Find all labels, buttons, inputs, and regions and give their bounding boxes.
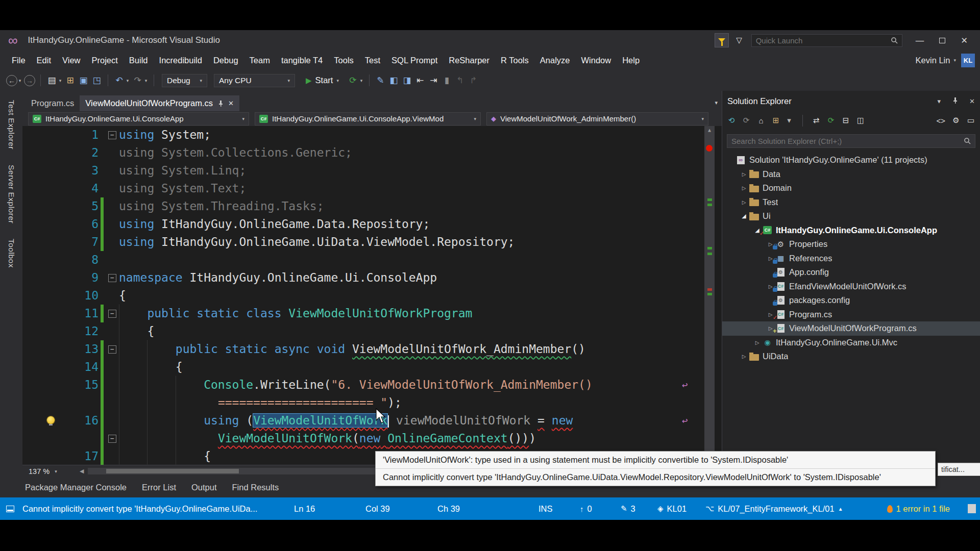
side-tab-server-explorer[interactable]: Server Explorer: [7, 165, 16, 223]
platform-combo[interactable]: Any CPU ▾: [214, 74, 295, 87]
refresh-icon[interactable]: ⟳: [826, 115, 836, 126]
user-menu[interactable]: Kevin Lin ▾: [916, 56, 956, 65]
expander-icon[interactable]: ▷: [740, 171, 748, 177]
code-line-13[interactable]: 13− public static async void ViewModelUn…: [22, 340, 722, 358]
menu-item-tangible-t4[interactable]: tangible T4: [276, 53, 328, 68]
code-line-15[interactable]: 15 Console.WriteLine("6. ViewModelUnitOf…: [22, 376, 722, 394]
code-line-1[interactable]: 1−using System;: [22, 126, 722, 144]
caret-icon[interactable]: ▾: [125, 78, 130, 84]
panel-tab-output[interactable]: Output: [185, 481, 224, 494]
caret-icon[interactable]: ▾: [143, 78, 149, 84]
editor-tab-program-cs[interactable]: Program.cs: [26, 95, 80, 111]
collapse-icon[interactable]: −: [108, 274, 116, 282]
resize-grip[interactable]: [968, 504, 976, 513]
bookmark-icon[interactable]: ▮: [441, 74, 453, 86]
preview-icon[interactable]: ▭: [966, 115, 976, 126]
editor-tab-viewmodelunitofworkprogram-cs[interactable]: ViewModelUnitOfWorkProgram.cs✕: [80, 95, 239, 111]
code-line-4[interactable]: 4using System.Text;: [22, 180, 722, 197]
code-line-5[interactable]: 5using System.Threading.Tasks;: [22, 197, 722, 215]
start-debugging-button[interactable]: ▶ Start ▾: [301, 74, 344, 86]
menu-item-resharper[interactable]: ReSharper: [443, 53, 495, 68]
menu-item-team[interactable]: Team: [244, 53, 276, 68]
error-summary[interactable]: 1 error in 1 file: [887, 497, 950, 520]
sync-with-active-document-icon[interactable]: ⇄: [811, 115, 821, 126]
indent-increase-icon[interactable]: ⇥: [428, 74, 439, 86]
repository-indicator[interactable]: ◈KL01: [657, 497, 687, 520]
tree-item-efandviewmodelunitofwork-cs[interactable]: ▷C#EfandViewModelUnitOfWork.cs: [722, 280, 980, 294]
close-icon[interactable]: ✕: [969, 97, 975, 105]
tree-item-viewmodelunitofworkprogram-cs[interactable]: ▷C#+ViewModelUnitOfWorkProgram.cs: [722, 321, 980, 336]
menu-item-analyze[interactable]: Analyze: [534, 53, 576, 68]
code-line-16[interactable]: 16 using (ViewModelUnitOfWork viewModelU…: [22, 412, 722, 430]
code-line-wrap[interactable]: ====================== ");: [22, 394, 722, 412]
code-line-wrap[interactable]: − ViewModelUnitOfWork(new OnlineGameCont…: [22, 430, 722, 447]
code-line-14[interactable]: 14 {: [22, 358, 722, 376]
tree-item-app-config[interactable]: ⚙App.config: [722, 265, 980, 280]
panel-tab-find-results[interactable]: Find Results: [226, 481, 286, 494]
panel-tab-error-list[interactable]: Error List: [135, 481, 183, 494]
side-tab-test-explorer[interactable]: Test Explorer: [7, 100, 16, 149]
code-line-6[interactable]: 6using ItHandyGuy.OnlineGame.Data.Reposi…: [22, 215, 722, 233]
window-position-icon[interactable]: ▾: [938, 97, 941, 105]
close-icon[interactable]: ✕: [228, 99, 234, 107]
code-line-11[interactable]: 11− public static class ViewModelUnitOfW…: [22, 305, 722, 322]
menu-item-file[interactable]: File: [6, 53, 31, 68]
avatar[interactable]: KL: [961, 54, 975, 67]
uncommitted-edits[interactable]: ✎3: [621, 497, 635, 520]
save-icon[interactable]: ▣: [78, 74, 89, 86]
code-line-9[interactable]: 9−namespace ItHandyGuy.OnlineGame.Ui.Con…: [22, 269, 722, 287]
project-dropdown[interactable]: C# ItHandyGuy.OnlineGame.Ui.ConsoleApp ▾: [28, 112, 249, 126]
uncomment-icon[interactable]: ◨: [401, 74, 413, 86]
tree-item-properties[interactable]: ▷⚙Properties: [722, 237, 980, 252]
prev-bookmark-icon[interactable]: ↰: [454, 74, 466, 86]
tree-item-domain[interactable]: ▷Domain: [722, 181, 980, 195]
scroll-up-icon[interactable]: ▲: [704, 127, 715, 133]
find-in-files-icon[interactable]: ✎: [375, 74, 386, 86]
menu-item-help[interactable]: Help: [617, 53, 645, 68]
collapse-icon[interactable]: −: [108, 435, 116, 443]
tree-item-uidata[interactable]: ▷UiData: [722, 349, 980, 364]
expander-icon[interactable]: ▷: [753, 340, 762, 345]
menu-item-view[interactable]: View: [57, 53, 86, 68]
filter-icon[interactable]: [715, 33, 729, 47]
menu-item-build[interactable]: Build: [124, 53, 154, 68]
indent-decrease-icon[interactable]: ⇤: [414, 74, 426, 86]
collapse-all-icon[interactable]: ⊟: [841, 115, 851, 126]
code-line-12[interactable]: 12 {: [22, 322, 722, 340]
close-button[interactable]: ✕: [961, 36, 968, 45]
expander-icon[interactable]: ◢: [740, 213, 748, 219]
menu-item-test[interactable]: Test: [359, 53, 386, 68]
code-line-8[interactable]: 8: [22, 251, 722, 269]
pin-icon[interactable]: [952, 97, 958, 106]
caret-icon[interactable]: ▾: [17, 78, 22, 84]
search-input[interactable]: [731, 137, 964, 145]
nav-back-icon[interactable]: ←: [6, 75, 17, 86]
menu-item-window[interactable]: Window: [575, 53, 617, 68]
forward-icon[interactable]: ⟳: [741, 115, 751, 126]
menu-item-project[interactable]: Project: [86, 53, 124, 68]
tree-item-ithandyguy-onlinegame-ui-mvc[interactable]: ▷◉ItHandyGuy.OnlineGame.Ui.Mvc: [722, 336, 980, 350]
quick-launch[interactable]: [751, 34, 902, 47]
scroll-left-icon[interactable]: ◀: [80, 468, 84, 474]
open-file-icon[interactable]: ⊞: [64, 74, 76, 86]
show-all-files-icon[interactable]: ◫: [855, 115, 866, 126]
collapse-icon[interactable]: −: [108, 131, 116, 139]
panel-tab-package-manager-console[interactable]: Package Manager Console: [18, 481, 133, 494]
resharper-margin-icon[interactable]: ↩: [682, 376, 688, 394]
caret-icon[interactable]: ▾: [784, 115, 794, 126]
code-line-3[interactable]: 3using System.Linq;: [22, 162, 722, 180]
tree-item-packages-config[interactable]: ⚙packages.config: [722, 293, 980, 308]
minimize-button[interactable]: —: [916, 36, 924, 45]
save-all-icon[interactable]: ◳: [91, 74, 103, 86]
pin-icon[interactable]: [217, 100, 224, 107]
code-line-2[interactable]: 2using System.Collections.Generic;: [22, 144, 722, 162]
code-editor[interactable]: 1−using System;2using System.Collections…: [22, 126, 722, 465]
feedback-icon[interactable]: ▽: [736, 36, 742, 45]
debug-config-combo[interactable]: Debug ▾: [162, 74, 207, 87]
outgoing-commits[interactable]: ↑0: [580, 497, 592, 520]
menu-item-incredibuild[interactable]: Incredibuild: [154, 53, 208, 68]
menu-item-tools[interactable]: Tools: [328, 53, 359, 68]
member-dropdown[interactable]: ◆ ViewModelUnitOfWork_AdminMember() ▾: [486, 112, 708, 126]
notification-fragment[interactable]: tificat...: [938, 463, 980, 476]
type-dropdown[interactable]: C# ItHandyGuy.OnlineGame.Ui.ConsoleApp.V…: [255, 112, 481, 126]
